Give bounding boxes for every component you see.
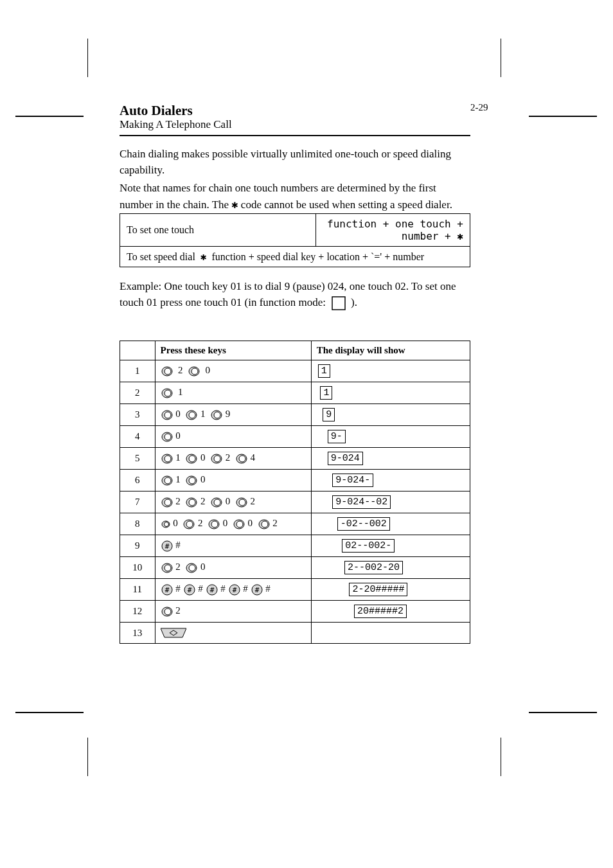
keys-cell: 1 — [155, 382, 311, 404]
round-key-icon — [182, 518, 195, 531]
section-rule — [120, 135, 470, 136]
svg-point-10 — [189, 412, 195, 418]
asterisk-icon: ✱ — [231, 197, 238, 213]
round-key-icon — [210, 452, 223, 465]
keys-cell: 0 2 0 0 2 — [155, 513, 311, 535]
svg-point-24 — [164, 477, 171, 484]
step-number: 2 — [120, 382, 155, 404]
table-row: 12 2 20#####2 — [120, 601, 470, 623]
svg-point-48 — [164, 565, 171, 571]
display-cell: 1 — [311, 360, 470, 382]
svg-point-8 — [164, 412, 171, 418]
svg-point-6 — [164, 390, 171, 396]
round-key-icon — [161, 452, 173, 465]
step-number: 1 — [120, 360, 155, 382]
col-header — [120, 341, 155, 360]
crop-mark — [87, 738, 88, 776]
round-key-icon — [161, 562, 173, 574]
manual-page: 2-29 Auto Dialers Making A Telephone Cal… — [0, 0, 613, 868]
keys-cell: 1 0 2 4 — [155, 448, 311, 470]
display-readout: -02--002 — [337, 517, 390, 531]
crop-mark — [15, 712, 84, 713]
step-number: 7 — [120, 492, 155, 513]
display-cell: 9-024- — [311, 470, 470, 492]
svg-point-2 — [164, 368, 171, 375]
display-cell: 9-024--02 — [311, 492, 470, 513]
round-key-icon — [161, 387, 173, 400]
svg-point-40 — [211, 521, 218, 527]
keys-cell: 2 — [155, 601, 311, 623]
display-readout: 2-20##### — [349, 583, 407, 596]
round-key-icon — [210, 409, 223, 421]
table-row: 1 2 0 2 0 1 — [120, 360, 470, 382]
intro-text: Chain dialing makes possible virtually u… — [120, 146, 470, 216]
table-row: To set speed dial ✱ function + speed dia… — [120, 247, 470, 267]
display-readout: 9-024--02 — [332, 495, 391, 509]
step-number: 10 — [120, 557, 155, 579]
table-row: 8 0 2 0 0 2 -02--002 — [120, 513, 470, 535]
table-row: 5 1 0 2 4 9-024 — [120, 448, 470, 470]
round-key-icon — [208, 518, 220, 531]
asterisk-icon: ✱ — [200, 251, 207, 263]
svg-text:#: # — [232, 586, 236, 594]
svg-point-4 — [191, 368, 198, 375]
step-number: 8 — [120, 513, 155, 535]
display-cell: 20#####2 — [311, 601, 470, 623]
table-row: 11 # # # # # # # # # # 2-20##### — [120, 579, 470, 601]
svg-point-22 — [239, 456, 245, 462]
round-key-icon — [161, 605, 173, 618]
round-key-icon — [161, 409, 173, 421]
round-key-icon — [161, 430, 173, 443]
display-cell: 02--002- — [311, 535, 470, 557]
hash-key-icon: # — [161, 583, 173, 596]
round-key-icon — [185, 562, 198, 574]
display-readout: 02--002- — [342, 539, 395, 553]
svg-point-36 — [164, 522, 168, 526]
keys-cell: 0 1 9 — [155, 404, 311, 426]
crop-mark — [87, 39, 88, 77]
step-number: 4 — [120, 426, 155, 448]
section-subtitle: Making A Telephone Call — [120, 118, 232, 131]
round-key-icon — [185, 474, 198, 487]
col-header: The display will show — [311, 341, 470, 360]
svg-point-30 — [189, 499, 195, 506]
round-key-icon — [185, 496, 198, 509]
svg-text:#: # — [164, 586, 169, 594]
svg-text:#: # — [209, 586, 214, 594]
svg-point-44 — [262, 521, 268, 527]
page-number: 2-29 — [470, 102, 488, 113]
crop-mark — [529, 712, 597, 713]
display-cell: 2--002-20 — [311, 557, 470, 579]
hash-key-icon: # — [228, 583, 241, 596]
svg-text:#: # — [164, 542, 169, 551]
keys-cell — [155, 623, 311, 644]
display-readout: 9-024- — [332, 474, 373, 487]
table-header-row: Press these keys The display will show — [120, 341, 470, 360]
table-row: 2 1 1 — [120, 382, 470, 404]
table-row: 13 — [120, 623, 470, 644]
display-cell: 9-024 — [311, 448, 470, 470]
round-key-icon — [161, 519, 171, 529]
step-number: 3 — [120, 404, 155, 426]
step-number: 6 — [120, 470, 155, 492]
step-number: 5 — [120, 448, 155, 470]
crop-mark — [501, 39, 501, 77]
svg-point-50 — [189, 565, 195, 571]
round-key-icon — [188, 365, 200, 378]
svg-text:#: # — [254, 586, 259, 594]
step-number: 12 — [120, 601, 155, 623]
display-cell: 2-20##### — [311, 579, 470, 601]
display-cell: -02--002 — [311, 513, 470, 535]
table-row: 7 2 2 0 2 9-024--02 — [120, 492, 470, 513]
asterisk-icon: ✱ — [457, 230, 463, 242]
function-key-icon — [332, 296, 346, 310]
display-cell: 9- — [311, 426, 470, 448]
display-readout: 9- — [328, 430, 346, 443]
table-row: 3 0 1 9 9 — [120, 404, 470, 426]
keys-cell: 0 — [155, 426, 311, 448]
col-header: Press these keys — [155, 341, 311, 360]
round-key-icon — [235, 496, 248, 509]
hash-key-icon: # — [251, 583, 263, 596]
keys-cell: 2 0 — [155, 557, 311, 579]
display-readout: 9 — [323, 408, 335, 421]
